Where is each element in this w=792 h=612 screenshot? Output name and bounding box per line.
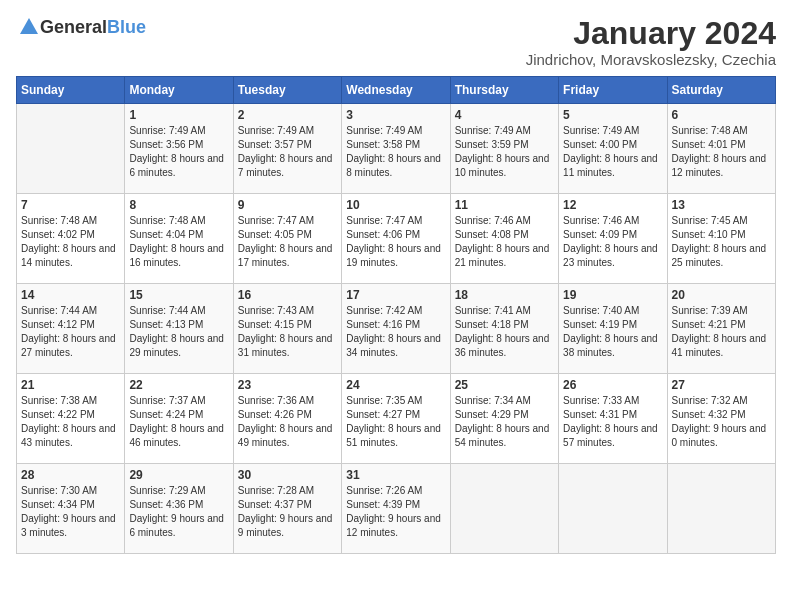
day-info: Sunrise: 7:48 AM Sunset: 4:04 PM Dayligh…: [129, 214, 228, 270]
logo-text-general: General: [40, 17, 107, 37]
day-info: Sunrise: 7:41 AM Sunset: 4:18 PM Dayligh…: [455, 304, 554, 360]
day-number: 6: [672, 108, 771, 122]
day-number: 14: [21, 288, 120, 302]
day-info: Sunrise: 7:30 AM Sunset: 4:34 PM Dayligh…: [21, 484, 120, 540]
day-number: 16: [238, 288, 337, 302]
day-number: 30: [238, 468, 337, 482]
calendar-cell: 26Sunrise: 7:33 AM Sunset: 4:31 PM Dayli…: [559, 374, 667, 464]
day-info: Sunrise: 7:45 AM Sunset: 4:10 PM Dayligh…: [672, 214, 771, 270]
day-number: 17: [346, 288, 445, 302]
weekday-friday: Friday: [559, 77, 667, 104]
day-info: Sunrise: 7:33 AM Sunset: 4:31 PM Dayligh…: [563, 394, 662, 450]
calendar-week-row: 14Sunrise: 7:44 AM Sunset: 4:12 PM Dayli…: [17, 284, 776, 374]
day-info: Sunrise: 7:46 AM Sunset: 4:09 PM Dayligh…: [563, 214, 662, 270]
day-number: 3: [346, 108, 445, 122]
weekday-saturday: Saturday: [667, 77, 775, 104]
calendar-cell: 12Sunrise: 7:46 AM Sunset: 4:09 PM Dayli…: [559, 194, 667, 284]
day-number: 15: [129, 288, 228, 302]
day-info: Sunrise: 7:37 AM Sunset: 4:24 PM Dayligh…: [129, 394, 228, 450]
logo-icon: [18, 16, 40, 38]
calendar-cell: 21Sunrise: 7:38 AM Sunset: 4:22 PM Dayli…: [17, 374, 125, 464]
calendar-table: Sunday Monday Tuesday Wednesday Thursday…: [16, 76, 776, 554]
calendar-cell: 4Sunrise: 7:49 AM Sunset: 3:59 PM Daylig…: [450, 104, 558, 194]
calendar-cell: 24Sunrise: 7:35 AM Sunset: 4:27 PM Dayli…: [342, 374, 450, 464]
day-number: 1: [129, 108, 228, 122]
day-info: Sunrise: 7:40 AM Sunset: 4:19 PM Dayligh…: [563, 304, 662, 360]
day-number: 22: [129, 378, 228, 392]
day-info: Sunrise: 7:43 AM Sunset: 4:15 PM Dayligh…: [238, 304, 337, 360]
day-info: Sunrise: 7:49 AM Sunset: 3:58 PM Dayligh…: [346, 124, 445, 180]
day-number: 12: [563, 198, 662, 212]
day-number: 10: [346, 198, 445, 212]
day-number: 25: [455, 378, 554, 392]
calendar-cell: 18Sunrise: 7:41 AM Sunset: 4:18 PM Dayli…: [450, 284, 558, 374]
day-number: 27: [672, 378, 771, 392]
day-number: 4: [455, 108, 554, 122]
calendar-week-row: 21Sunrise: 7:38 AM Sunset: 4:22 PM Dayli…: [17, 374, 776, 464]
calendar-cell: 7Sunrise: 7:48 AM Sunset: 4:02 PM Daylig…: [17, 194, 125, 284]
calendar-cell: 23Sunrise: 7:36 AM Sunset: 4:26 PM Dayli…: [233, 374, 341, 464]
day-number: 11: [455, 198, 554, 212]
day-info: Sunrise: 7:29 AM Sunset: 4:36 PM Dayligh…: [129, 484, 228, 540]
calendar-cell: 19Sunrise: 7:40 AM Sunset: 4:19 PM Dayli…: [559, 284, 667, 374]
day-info: Sunrise: 7:28 AM Sunset: 4:37 PM Dayligh…: [238, 484, 337, 540]
day-number: 8: [129, 198, 228, 212]
day-number: 18: [455, 288, 554, 302]
day-number: 5: [563, 108, 662, 122]
calendar-cell: 28Sunrise: 7:30 AM Sunset: 4:34 PM Dayli…: [17, 464, 125, 554]
calendar-cell: 27Sunrise: 7:32 AM Sunset: 4:32 PM Dayli…: [667, 374, 775, 464]
day-info: Sunrise: 7:47 AM Sunset: 4:06 PM Dayligh…: [346, 214, 445, 270]
day-number: 31: [346, 468, 445, 482]
day-number: 2: [238, 108, 337, 122]
calendar-cell: 10Sunrise: 7:47 AM Sunset: 4:06 PM Dayli…: [342, 194, 450, 284]
weekday-monday: Monday: [125, 77, 233, 104]
calendar-subtitle: Jindrichov, Moravskoslezsky, Czechia: [526, 51, 776, 68]
day-info: Sunrise: 7:48 AM Sunset: 4:01 PM Dayligh…: [672, 124, 771, 180]
calendar-cell: 5Sunrise: 7:49 AM Sunset: 4:00 PM Daylig…: [559, 104, 667, 194]
day-info: Sunrise: 7:49 AM Sunset: 4:00 PM Dayligh…: [563, 124, 662, 180]
calendar-cell: 16Sunrise: 7:43 AM Sunset: 4:15 PM Dayli…: [233, 284, 341, 374]
calendar-cell: 17Sunrise: 7:42 AM Sunset: 4:16 PM Dayli…: [342, 284, 450, 374]
calendar-cell: 6Sunrise: 7:48 AM Sunset: 4:01 PM Daylig…: [667, 104, 775, 194]
calendar-cell: 13Sunrise: 7:45 AM Sunset: 4:10 PM Dayli…: [667, 194, 775, 284]
svg-marker-0: [20, 18, 38, 34]
day-info: Sunrise: 7:49 AM Sunset: 3:57 PM Dayligh…: [238, 124, 337, 180]
calendar-cell: 15Sunrise: 7:44 AM Sunset: 4:13 PM Dayli…: [125, 284, 233, 374]
calendar-title: January 2024: [526, 16, 776, 51]
day-info: Sunrise: 7:44 AM Sunset: 4:13 PM Dayligh…: [129, 304, 228, 360]
day-number: 29: [129, 468, 228, 482]
calendar-cell: 1Sunrise: 7:49 AM Sunset: 3:56 PM Daylig…: [125, 104, 233, 194]
day-info: Sunrise: 7:47 AM Sunset: 4:05 PM Dayligh…: [238, 214, 337, 270]
weekday-thursday: Thursday: [450, 77, 558, 104]
weekday-sunday: Sunday: [17, 77, 125, 104]
calendar-week-row: 7Sunrise: 7:48 AM Sunset: 4:02 PM Daylig…: [17, 194, 776, 284]
day-number: 21: [21, 378, 120, 392]
page-header: GeneralBlue January 2024 Jindrichov, Mor…: [16, 16, 776, 68]
calendar-cell: 30Sunrise: 7:28 AM Sunset: 4:37 PM Dayli…: [233, 464, 341, 554]
day-number: 28: [21, 468, 120, 482]
day-info: Sunrise: 7:48 AM Sunset: 4:02 PM Dayligh…: [21, 214, 120, 270]
logo-text-blue: Blue: [107, 17, 146, 37]
calendar-cell: 11Sunrise: 7:46 AM Sunset: 4:08 PM Dayli…: [450, 194, 558, 284]
day-info: Sunrise: 7:36 AM Sunset: 4:26 PM Dayligh…: [238, 394, 337, 450]
calendar-cell: 20Sunrise: 7:39 AM Sunset: 4:21 PM Dayli…: [667, 284, 775, 374]
day-info: Sunrise: 7:46 AM Sunset: 4:08 PM Dayligh…: [455, 214, 554, 270]
day-info: Sunrise: 7:26 AM Sunset: 4:39 PM Dayligh…: [346, 484, 445, 540]
calendar-cell: 14Sunrise: 7:44 AM Sunset: 4:12 PM Dayli…: [17, 284, 125, 374]
day-number: 9: [238, 198, 337, 212]
day-info: Sunrise: 7:35 AM Sunset: 4:27 PM Dayligh…: [346, 394, 445, 450]
calendar-cell: 8Sunrise: 7:48 AM Sunset: 4:04 PM Daylig…: [125, 194, 233, 284]
title-block: January 2024 Jindrichov, Moravskoslezsky…: [526, 16, 776, 68]
weekday-tuesday: Tuesday: [233, 77, 341, 104]
calendar-cell: [17, 104, 125, 194]
calendar-cell: 3Sunrise: 7:49 AM Sunset: 3:58 PM Daylig…: [342, 104, 450, 194]
day-info: Sunrise: 7:42 AM Sunset: 4:16 PM Dayligh…: [346, 304, 445, 360]
day-info: Sunrise: 7:34 AM Sunset: 4:29 PM Dayligh…: [455, 394, 554, 450]
calendar-cell: 29Sunrise: 7:29 AM Sunset: 4:36 PM Dayli…: [125, 464, 233, 554]
day-info: Sunrise: 7:44 AM Sunset: 4:12 PM Dayligh…: [21, 304, 120, 360]
day-info: Sunrise: 7:49 AM Sunset: 3:56 PM Dayligh…: [129, 124, 228, 180]
calendar-cell: 22Sunrise: 7:37 AM Sunset: 4:24 PM Dayli…: [125, 374, 233, 464]
calendar-cell: 25Sunrise: 7:34 AM Sunset: 4:29 PM Dayli…: [450, 374, 558, 464]
calendar-header-row: Sunday Monday Tuesday Wednesday Thursday…: [17, 77, 776, 104]
day-info: Sunrise: 7:39 AM Sunset: 4:21 PM Dayligh…: [672, 304, 771, 360]
